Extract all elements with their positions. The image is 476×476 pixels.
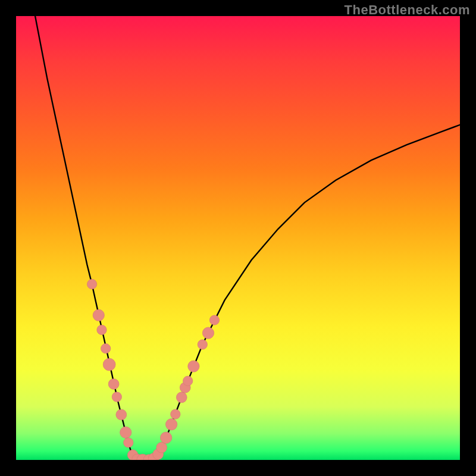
data-marker	[87, 279, 96, 289]
data-marker	[112, 392, 121, 402]
data-marker	[120, 427, 131, 438]
data-marker	[176, 392, 187, 403]
data-marker	[165, 419, 177, 430]
data-marker	[202, 327, 214, 339]
data-marker	[108, 378, 119, 389]
chart-overlay	[16, 16, 460, 460]
data-marker	[183, 376, 192, 386]
data-marker	[93, 309, 104, 321]
data-marker	[209, 315, 219, 325]
data-marker	[101, 344, 110, 353]
data-marker	[188, 361, 199, 372]
chart-frame: TheBottleneck.com	[0, 0, 476, 476]
data-marker	[171, 409, 180, 419]
data-marker	[97, 325, 107, 334]
data-marker	[103, 358, 115, 371]
data-markers	[87, 279, 219, 460]
data-marker	[124, 438, 133, 447]
bottleneck-curve	[35, 16, 460, 460]
watermark-text: TheBottleneck.com	[345, 2, 470, 18]
data-marker	[156, 442, 167, 453]
data-marker	[160, 432, 171, 443]
data-marker	[116, 409, 127, 420]
data-marker	[198, 340, 207, 349]
